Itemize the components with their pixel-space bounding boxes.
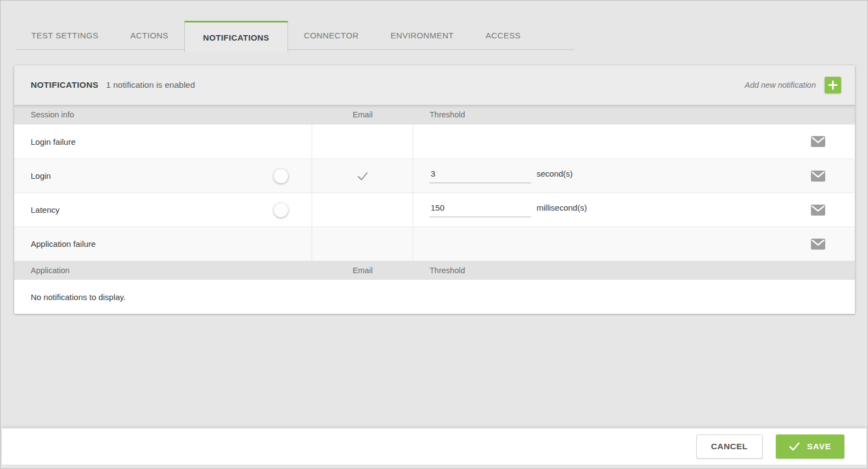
email-settings-button[interactable] bbox=[811, 205, 825, 216]
table-row: Login second(s) bbox=[14, 159, 855, 193]
cancel-button[interactable]: CANCEL bbox=[696, 434, 763, 459]
column-header-threshold: Threshold bbox=[413, 266, 855, 275]
mail-icon bbox=[811, 205, 825, 216]
mail-icon bbox=[811, 136, 825, 147]
settings-tabbar: TEST SETTINGS ACTIONS NOTIFICATIONS CONN… bbox=[15, 21, 573, 50]
threshold-group: second(s) bbox=[430, 169, 573, 183]
action-footer: CANCEL SAVE bbox=[2, 428, 866, 465]
column-header-application: Application bbox=[14, 266, 312, 275]
tab-access[interactable]: ACCESS bbox=[470, 21, 537, 50]
email-settings-button[interactable] bbox=[811, 171, 825, 182]
tab-notifications[interactable]: NOTIFICATIONS bbox=[184, 21, 288, 52]
application-table-empty-message: No notifications to display. bbox=[14, 280, 855, 314]
row-label: Login failure bbox=[31, 137, 76, 146]
mail-icon bbox=[811, 239, 825, 250]
plus-icon bbox=[828, 80, 838, 90]
tab-environment[interactable]: ENVIRONMENT bbox=[375, 21, 470, 50]
threshold-unit: millisecond(s) bbox=[537, 203, 587, 212]
session-table-body: Login failure Login bbox=[14, 125, 855, 261]
toggle-knob bbox=[274, 169, 288, 183]
add-notification-button[interactable] bbox=[825, 77, 841, 93]
column-header-email: Email bbox=[312, 110, 413, 119]
email-check-icon bbox=[357, 171, 369, 181]
tab-test-settings[interactable]: TEST SETTINGS bbox=[15, 21, 114, 50]
table-row: Application failure bbox=[14, 227, 855, 261]
toggle-knob bbox=[274, 203, 288, 217]
tab-actions[interactable]: ACTIONS bbox=[114, 21, 184, 50]
row-label: Application failure bbox=[31, 239, 95, 248]
mail-icon bbox=[811, 171, 825, 182]
panel-title: NOTIFICATIONS bbox=[31, 80, 98, 90]
threshold-group: millisecond(s) bbox=[430, 203, 587, 217]
threshold-input[interactable] bbox=[430, 169, 531, 183]
column-header-email: Email bbox=[312, 266, 413, 275]
row-label: Login bbox=[31, 171, 51, 180]
column-header-session-info: Session info bbox=[14, 110, 312, 119]
toggle-switch[interactable] bbox=[275, 205, 296, 216]
threshold-input[interactable] bbox=[430, 203, 531, 217]
email-settings-button[interactable] bbox=[811, 239, 825, 250]
application-table-header: Application Email Threshold bbox=[14, 261, 855, 280]
column-header-threshold: Threshold bbox=[413, 110, 855, 119]
toggle-switch[interactable] bbox=[275, 171, 296, 182]
row-label: Latency bbox=[31, 205, 60, 214]
table-row: Latency millisecond(s) bbox=[14, 193, 855, 227]
session-table-header: Session info Email Threshold bbox=[14, 105, 855, 125]
add-new-notification-label: Add new notification bbox=[745, 81, 816, 89]
check-icon bbox=[789, 442, 800, 451]
save-button[interactable]: SAVE bbox=[776, 434, 844, 459]
panel-header: NOTIFICATIONS 1 notification is enabled … bbox=[14, 65, 855, 105]
threshold-unit: second(s) bbox=[537, 169, 573, 178]
save-button-label: SAVE bbox=[807, 442, 831, 451]
table-row: Login failure bbox=[14, 125, 855, 159]
tab-connector[interactable]: CONNECTOR bbox=[288, 21, 375, 50]
notifications-panel: NOTIFICATIONS 1 notification is enabled … bbox=[14, 65, 855, 314]
email-settings-button[interactable] bbox=[811, 136, 825, 147]
enabled-count-text: 1 notification is enabled bbox=[106, 80, 195, 90]
